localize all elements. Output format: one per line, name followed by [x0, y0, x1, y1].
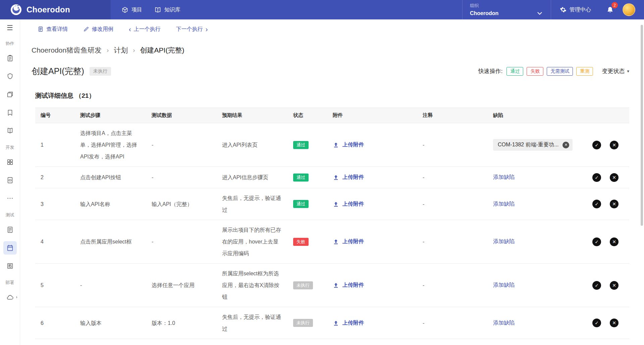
add-defect-link[interactable]: 添加缺陷 [493, 320, 515, 326]
sidebar-section-test: 测试 [6, 212, 14, 218]
breadcrumb-project[interactable]: Choerodon猪齿鱼研发 [32, 46, 102, 55]
nav-item-knowledge[interactable]: 知识库 [148, 0, 186, 19]
mark-step-fail-button[interactable]: ✕ [610, 281, 619, 290]
add-defect-link[interactable]: 添加缺陷 [493, 282, 515, 288]
breadcrumb-plan[interactable]: 计划 [114, 46, 128, 55]
upload-icon [333, 282, 339, 288]
mark-step-pass-button[interactable]: ✓ [592, 200, 601, 208]
step-status-badge: 失败 [293, 238, 309, 246]
change-status-label: 变更状态 [602, 67, 625, 75]
next-execution-label: 下一个执行 [176, 26, 203, 33]
mark-step-fail-button[interactable]: ✕ [610, 173, 619, 182]
defect-tag[interactable]: COM-1382 前端-重要功...✕ [493, 139, 573, 151]
defect-tag-label: COM-1382 前端-重要功... [498, 141, 558, 148]
sidebar-section-deploy: 部署 [6, 280, 14, 286]
sidebar-item-test-automation[interactable] [3, 259, 17, 273]
book-icon [154, 6, 161, 13]
sidebar-item-map[interactable] [3, 106, 17, 119]
expand-submenu-icon[interactable]: › [16, 295, 17, 299]
sidebar-item-board[interactable] [3, 88, 17, 101]
next-execution-button[interactable]: 下一个执行 › [176, 26, 208, 33]
cell-test-step: 输入API名称 [75, 194, 146, 214]
org-selector[interactable]: 组织 Choerodon [462, 0, 551, 19]
add-defect-link[interactable]: 添加缺陷 [493, 201, 515, 207]
cell-step-number: 5 [35, 275, 75, 295]
upload-icon [333, 201, 339, 207]
upload-attachment-link[interactable]: 上传附件 [342, 141, 364, 148]
header-spacer [186, 0, 462, 19]
cell-step-number: 6 [35, 313, 75, 333]
upload-attachment-link[interactable]: 上传附件 [342, 320, 364, 327]
mark-step-pass-button[interactable]: ✓ [592, 237, 601, 246]
sidebar-item-security[interactable] [3, 70, 17, 83]
sidebar-item-docs[interactable] [3, 124, 17, 137]
upload-attachment-link[interactable]: 上传附件 [342, 201, 364, 208]
sidebar-item-code[interactable] [3, 174, 17, 187]
vertical-scrollbar[interactable] [641, 25, 643, 226]
sidebar-item-deploy[interactable]: › [3, 291, 17, 304]
sidebar-item-backlog[interactable] [3, 52, 17, 65]
quick-op-retest-button[interactable]: 重测 [576, 67, 593, 76]
mark-step-fail-button[interactable]: ✕ [610, 237, 619, 246]
bookmark-icon [6, 109, 14, 116]
sidebar-item-test-plan[interactable] [3, 241, 17, 255]
cell-attachment: 上传附件 [327, 234, 417, 249]
row-actions: ✓ ✕ [592, 281, 624, 290]
remove-defect-icon[interactable]: ✕ [562, 142, 569, 148]
cell-expected-result: 失焦后，无提示，验证通过 [217, 188, 288, 220]
cell-defect: COM-1382 前端-重要功...✕ ✓ ✕ [488, 135, 629, 155]
quick-op-pass-button[interactable]: 通过 [506, 67, 523, 76]
cell-comment: - [417, 275, 488, 295]
defect-slot: 添加缺陷 [493, 174, 588, 181]
choerodon-logo-icon [10, 4, 22, 16]
cell-test-data: - [146, 135, 217, 155]
sidebar-item-more[interactable] [3, 192, 17, 205]
mark-step-fail-button[interactable]: ✕ [610, 319, 619, 327]
clipboard-icon [6, 55, 14, 62]
notifications-button[interactable]: 2 [600, 0, 621, 19]
view-details-button[interactable]: 查看详情 [38, 26, 68, 33]
cell-expected-result: 进入API信息步骤页 [217, 167, 288, 187]
change-status-dropdown[interactable]: 变更状态 ▾ [602, 67, 629, 75]
quick-operations: 快速操作: 通过 失败 无需测试 重测 变更状态 ▾ [478, 67, 629, 76]
edit-case-button[interactable]: 修改用例 [83, 26, 113, 33]
defect-slot: 添加缺陷 [493, 201, 588, 208]
admin-center-button[interactable]: 管理中心 [551, 0, 600, 19]
quick-op-skip-button[interactable]: 无需测试 [547, 67, 573, 76]
add-defect-link[interactable]: 添加缺陷 [493, 238, 515, 244]
table-header-row: 编号 测试步骤 测试数据 预期结果 状态 附件 注释 缺陷 [35, 108, 629, 123]
page-title: 创建API(完整) [32, 66, 84, 77]
hamburger-menu-icon[interactable]: ☰ [7, 24, 13, 31]
cell-status: 通过 [288, 169, 327, 186]
cell-comment: - [417, 232, 488, 252]
add-defect-link[interactable]: 添加缺陷 [493, 174, 515, 180]
quick-op-fail-button[interactable]: 失败 [527, 67, 543, 76]
upload-attachment-link[interactable]: 上传附件 [342, 174, 364, 181]
nav-item-project[interactable]: 项目 [115, 0, 148, 19]
cell-test-step: 选择项目A，点击主菜单，选择API管理，选择API发布，选择API [75, 123, 146, 166]
upload-attachment-link[interactable]: 上传附件 [342, 282, 364, 289]
mark-step-pass-button[interactable]: ✓ [592, 319, 601, 327]
col-header-expected: 预期结果 [217, 108, 288, 123]
cell-comment: - [417, 194, 488, 214]
brand[interactable]: Choerodon [0, 0, 111, 19]
chevron-left-icon: ‹ [129, 26, 131, 32]
table-row: 2 点击创建API按钮 - 进入API信息步骤页 通过 上传附件 - 添加缺陷 … [35, 167, 629, 188]
defect-slot: 添加缺陷 [493, 282, 588, 289]
mark-step-pass-button[interactable]: ✓ [592, 281, 601, 290]
sidebar-item-apps[interactable] [3, 155, 17, 169]
sidebar-item-test-case[interactable] [3, 223, 17, 236]
test-steps-table: 编号 测试步骤 测试数据 预期结果 状态 附件 注释 缺陷 1 选择项目A，点击… [35, 108, 629, 339]
notification-count-badge: 2 [611, 2, 618, 8]
quick-ops-label: 快速操作: [478, 67, 503, 75]
mark-step-fail-button[interactable]: ✕ [610, 141, 619, 149]
upload-icon [333, 174, 339, 181]
shield-icon [6, 73, 14, 80]
mark-step-pass-button[interactable]: ✓ [592, 173, 601, 182]
mark-step-fail-button[interactable]: ✕ [610, 200, 619, 208]
upload-attachment-link[interactable]: 上传附件 [342, 238, 364, 245]
user-avatar[interactable] [623, 3, 635, 16]
previous-execution-button[interactable]: ‹ 上一个执行 [129, 26, 161, 33]
mark-step-pass-button[interactable]: ✓ [592, 141, 601, 149]
step-status-badge: 通过 [293, 200, 309, 208]
